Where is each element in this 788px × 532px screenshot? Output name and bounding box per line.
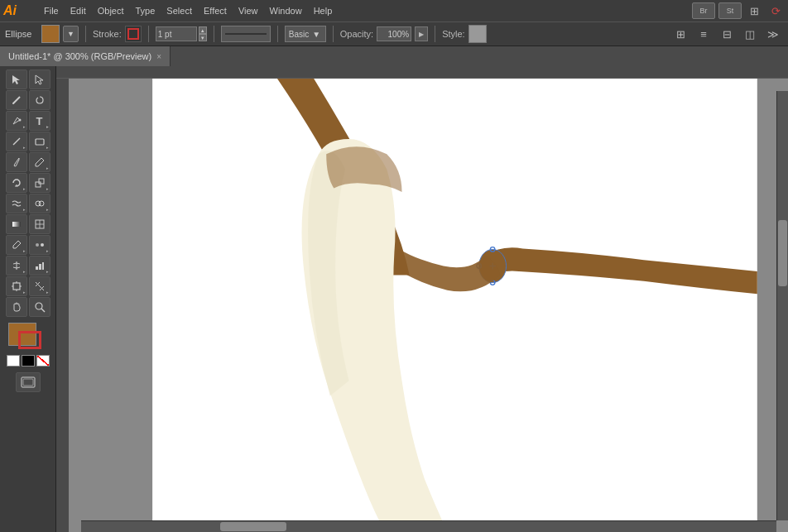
bridge-icon-btn[interactable]: Br (692, 2, 715, 19)
tab-close-btn[interactable]: × (156, 52, 161, 61)
svg-rect-30 (152, 79, 757, 532)
black-fill-swatch[interactable] (22, 355, 35, 367)
rotate-tool-btn[interactable]: ▸ (6, 173, 27, 193)
ruler-left (56, 79, 69, 532)
horizontal-scroll-thumb[interactable] (220, 522, 286, 531)
workspace-grid-icon[interactable]: ⊞ (745, 2, 763, 19)
vertical-scroll-thumb[interactable] (778, 220, 787, 286)
menu-window[interactable]: Window (265, 4, 307, 17)
menu-effect[interactable]: Effect (199, 4, 232, 17)
profile-label: Basic (289, 30, 309, 39)
tool-row-7: ▸ ▸ (2, 194, 54, 213)
tab-title: Untitled-1* @ 300% (RGB/Preview) (8, 51, 151, 61)
menu-object[interactable]: Object (93, 4, 129, 17)
lasso-tool-btn[interactable] (29, 90, 50, 110)
tool-row-2 (2, 90, 54, 110)
svg-point-2 (18, 119, 21, 122)
tabbar: Untitled-1* @ 300% (RGB/Preview) × (0, 46, 788, 66)
opacity-input[interactable] (377, 26, 411, 41)
line-tool-btn[interactable]: ▸ (6, 132, 27, 151)
svg-point-13 (36, 243, 39, 247)
tool-row-8 (2, 214, 54, 234)
stock-icon-btn[interactable]: St (718, 2, 742, 19)
menu-edit[interactable]: Edit (65, 4, 91, 17)
opacity-arrow[interactable]: ▶ (415, 26, 428, 41)
direct-selection-tool-btn[interactable] (29, 69, 50, 89)
type-tool-btn[interactable]: T▸ (29, 111, 50, 131)
horizontal-scrollbar[interactable] (81, 520, 776, 532)
magic-wand-tool-btn[interactable] (6, 90, 27, 110)
tool-row-5: ▸ (2, 152, 54, 172)
align-icon[interactable]: ≡ (694, 24, 714, 44)
menubar-right-icons: Br St ⊞ ⟳ (692, 2, 785, 19)
menu-select[interactable]: Select (161, 4, 197, 17)
profile-chevron: ▼ (312, 30, 320, 39)
paintbrush-tool-btn[interactable] (6, 152, 27, 172)
none-fill-swatch[interactable] (36, 355, 50, 367)
fill-dropdown[interactable]: ▼ (63, 26, 79, 42)
fill-swatch[interactable] (41, 25, 60, 43)
white-fill-swatch[interactable] (7, 355, 20, 367)
layer-icon-btn[interactable] (16, 372, 41, 392)
stroke-weight-up[interactable]: ▲ (199, 26, 207, 34)
left-toolbar: ▸ T▸ ▸ ▸ ▸ ▸ (0, 66, 56, 532)
menubar: Ai File Edit Object Type Select Effect V… (0, 0, 788, 22)
control-toolbar: Ellipse ▼ Stroke: ▲ ▼ Basic ▼ Opacity: ▶… (0, 22, 788, 46)
app-logo: Ai (3, 3, 31, 18)
profile-dropdown[interactable]: Basic ▼ (285, 26, 326, 42)
graph-tool-btn[interactable]: ▸ (29, 256, 50, 276)
stroke-color-preview[interactable] (125, 26, 142, 42)
stroke-color-swatch-left[interactable] (18, 331, 41, 349)
eyedropper-tool-btn[interactable]: ▸ (6, 235, 27, 255)
slice-tool-btn[interactable]: ▸ (29, 276, 50, 296)
artwork-svg (69, 79, 788, 532)
blend-tool-btn[interactable]: ▸ (29, 235, 50, 255)
divider-2 (148, 26, 149, 42)
svg-rect-29 (56, 79, 69, 532)
menu-view[interactable]: View (233, 4, 263, 17)
canvas-content[interactable] (69, 79, 788, 532)
shape-tool-btn[interactable]: ▸ (29, 132, 50, 151)
stroke-weight-input[interactable] (156, 26, 197, 41)
transform-icon[interactable]: ◫ (740, 24, 760, 44)
stroke-weight-arrows: ▲ ▼ (199, 26, 207, 41)
selection-tool-btn[interactable] (6, 69, 27, 89)
canvas-area[interactable] (56, 66, 788, 532)
arrange-icon[interactable]: ⊞ (670, 24, 690, 44)
tool-row-12 (2, 297, 54, 317)
warp-tool-btn[interactable]: ▸ (6, 194, 27, 213)
menu-file[interactable]: File (39, 4, 64, 17)
symbol-tool-btn[interactable]: ▸ (6, 256, 27, 276)
shape-builder-btn[interactable]: ▸ (29, 194, 50, 213)
distribute-icon[interactable]: ⊟ (717, 24, 737, 44)
hand-tool-btn[interactable] (6, 297, 27, 317)
pencil-tool-btn[interactable]: ▸ (29, 152, 50, 172)
artboard-tool-btn[interactable]: ▸ (6, 276, 27, 296)
tool-row-4: ▸ ▸ (2, 132, 54, 151)
svg-point-14 (41, 243, 44, 247)
style-swatch[interactable] (468, 25, 487, 43)
divider-1 (85, 26, 86, 42)
tool-row-6: ▸ ▸ (2, 173, 54, 193)
divider-3 (214, 26, 214, 42)
svg-rect-16 (39, 264, 41, 270)
stroke-profile-selector[interactable] (221, 26, 271, 42)
pen-tool-btn[interactable]: ▸ (6, 111, 27, 131)
scale-tool-btn[interactable]: ▸ (29, 173, 50, 193)
menu-help[interactable]: Help (309, 4, 338, 17)
sync-icon[interactable]: ⟳ (766, 2, 785, 19)
main-area: ▸ T▸ ▸ ▸ ▸ ▸ (0, 66, 788, 532)
vertical-scrollbar[interactable] (776, 91, 788, 520)
more-icon[interactable]: ≫ (763, 24, 783, 44)
color-area (2, 323, 54, 367)
zoom-tool-btn[interactable] (29, 297, 50, 317)
style-label: Style: (442, 29, 465, 39)
stroke-weight-down[interactable]: ▼ (199, 34, 207, 41)
menu-type[interactable]: Type (131, 4, 161, 17)
svg-rect-6 (39, 179, 44, 184)
toolbar-right-icons: ⊞ ≡ ⊟ ◫ ≫ (670, 24, 783, 44)
gradient-tool-btn[interactable] (6, 214, 27, 234)
mesh-tool-btn[interactable] (29, 214, 50, 234)
ruler-top (56, 66, 788, 79)
document-tab[interactable]: Untitled-1* @ 300% (RGB/Preview) × (0, 46, 171, 66)
